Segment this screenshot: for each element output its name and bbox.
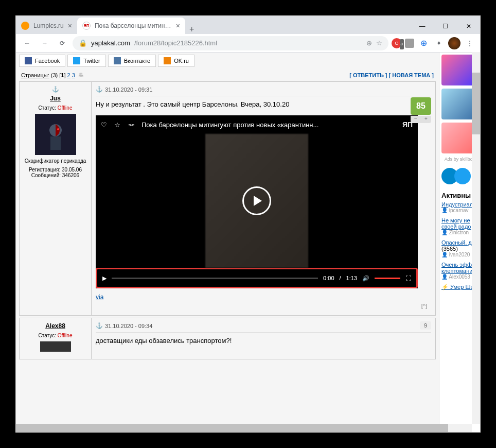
heart-icon[interactable]: ♡ bbox=[101, 121, 107, 129]
fullscreen-icon[interactable]: ⛶ bbox=[405, 275, 411, 281]
share-ok[interactable]: OK.ru bbox=[158, 55, 194, 67]
via-link: via bbox=[96, 294, 431, 301]
extension-icon[interactable] bbox=[405, 39, 414, 48]
topic-link[interactable]: ⚡ Умер Ше bbox=[441, 284, 474, 290]
page-content: Facebook Twitter Вконтакте OK.ru Страниц… bbox=[16, 53, 480, 432]
tab-title: Lumpics.ru bbox=[33, 22, 64, 29]
minimize-button[interactable]: — bbox=[411, 19, 434, 34]
topic-link[interactable]: Очень эфф bbox=[441, 262, 472, 268]
window-controls: — ☐ ✕ bbox=[411, 19, 480, 34]
extensions-button[interactable]: ✦ bbox=[433, 37, 445, 49]
share-vk[interactable]: Вконтакте bbox=[108, 55, 156, 67]
user-messages: Сообщений: 346206 bbox=[24, 173, 87, 178]
url-field[interactable]: 🔒 yaplakal.com/forum28/topic2185226.html… bbox=[73, 36, 388, 50]
close-icon[interactable]: × bbox=[68, 22, 72, 30]
thread-actions: [ ОТВЕТИТЬ ] [ НОВАЯ ТЕМА ] bbox=[349, 72, 434, 78]
reply-button[interactable]: [ ОТВЕТИТЬ ] bbox=[349, 72, 387, 78]
post-body: ⚓ 31.10.2020 - 09:34 9 доставщики еды об… bbox=[92, 318, 435, 359]
social-icon[interactable] bbox=[454, 168, 471, 184]
source-link[interactable]: via bbox=[96, 294, 103, 301]
topic-link[interactable]: Не могу не bbox=[441, 217, 470, 223]
time-separator: / bbox=[340, 275, 341, 281]
new-tab-button[interactable]: + bbox=[185, 25, 198, 34]
tab-favicon bbox=[21, 22, 29, 30]
horizontal-scrollbar[interactable] bbox=[16, 424, 472, 432]
star-icon[interactable]: ☆ bbox=[376, 39, 382, 47]
time-total: 1:13 bbox=[346, 275, 357, 281]
star-icon[interactable]: ☆ bbox=[114, 121, 120, 129]
vertical-scrollbar[interactable] bbox=[472, 52, 480, 424]
username-link[interactable]: Jus bbox=[50, 95, 61, 102]
user-reg: Регистрация: 30.05.06 bbox=[24, 167, 87, 173]
post-rating: 85 bbox=[411, 97, 431, 115]
share-icon[interactable]: ⫘ bbox=[128, 121, 134, 129]
post-meta: ⚓ 31.10.2020 - 09:34 bbox=[96, 322, 431, 333]
avatar bbox=[40, 341, 71, 352]
share-twitter[interactable]: Twitter bbox=[67, 55, 105, 67]
topic-link[interactable]: Индустриал bbox=[441, 201, 473, 208]
forward-button[interactable]: → bbox=[38, 36, 52, 50]
scrollbar-thumb[interactable] bbox=[16, 424, 448, 432]
profile-avatar[interactable] bbox=[448, 37, 460, 49]
video-player: ♡ ☆ ⫘ Пока барсeлонцы митингуют против н… bbox=[96, 115, 418, 288]
video-title: Пока барсeлонцы митингуют против новых «… bbox=[141, 121, 395, 129]
post-date: 31.10.2020 - 09:34 bbox=[105, 323, 152, 329]
video-header: ♡ ☆ ⫘ Пока барсeлонцы митингуют против н… bbox=[96, 115, 418, 134]
page-link-2[interactable]: 2 bbox=[67, 72, 70, 78]
post-rating: 9 bbox=[420, 321, 431, 330]
close-icon[interactable]: × bbox=[176, 22, 180, 30]
post-text: Ну и результат . Это самый центр Барсело… bbox=[96, 100, 431, 108]
back-button[interactable]: ← bbox=[20, 36, 34, 50]
progress-bar[interactable] bbox=[112, 278, 318, 279]
yap-logo: ЯП bbox=[402, 120, 413, 129]
anchor-icon[interactable]: ⚓ bbox=[96, 86, 103, 93]
maximize-button[interactable]: ☐ bbox=[434, 19, 457, 34]
main-column: Facebook Twitter Вконтакте OK.ru Страниц… bbox=[16, 53, 439, 432]
pager-row: Страницы: (3) [1] 2 3 🖶 [ ОТВЕТИТЬ ] [ Н… bbox=[19, 69, 436, 81]
forum-post: ⚓ Jus Статус: Offline Скарификатор перик… bbox=[19, 81, 436, 316]
translate-icon[interactable]: ⊕ bbox=[366, 39, 372, 47]
avatar bbox=[35, 114, 76, 155]
reload-button[interactable]: ⟳ bbox=[55, 36, 69, 50]
post-date: 31.10.2020 - 09:31 bbox=[105, 87, 152, 93]
play-button[interactable] bbox=[242, 186, 271, 215]
user-role: Скарификатор перикарда bbox=[24, 158, 87, 164]
rating-plus[interactable]: + bbox=[421, 116, 431, 123]
browser-window: Lumpics.ru × ЯП Пока барсeлонцы митингую… bbox=[15, 15, 481, 433]
url-domain: yaplakal.com bbox=[91, 39, 130, 47]
volume-slider[interactable] bbox=[375, 278, 400, 279]
scrollbar-thumb[interactable] bbox=[472, 73, 480, 134]
svg-rect-2 bbox=[50, 136, 61, 150]
menu-button[interactable]: ⋮ bbox=[464, 37, 476, 49]
video-frame[interactable] bbox=[96, 134, 418, 268]
page-link-3[interactable]: 3 bbox=[72, 72, 75, 78]
titlebar: Lumpics.ru × ЯП Пока барсeлонцы митингую… bbox=[16, 16, 480, 34]
play-icon bbox=[254, 196, 262, 206]
anchor-icon[interactable]: ⚓ bbox=[96, 322, 103, 329]
post-footer: [^] bbox=[96, 301, 431, 311]
url-path: /forum28/topic2185226.html bbox=[134, 39, 217, 47]
new-topic-button[interactable]: [ НОВАЯ ТЕМА ] bbox=[389, 72, 434, 78]
close-button[interactable]: ✕ bbox=[457, 19, 480, 34]
opera-extension-icon[interactable]: O8 bbox=[392, 38, 402, 48]
print-icon[interactable]: 🖶 bbox=[78, 72, 84, 78]
pager: Страницы: (3) [1] 2 3 🖶 bbox=[21, 72, 84, 78]
user-status: Статус: Offline bbox=[24, 105, 87, 111]
post-sidebar: ⚓ Jus Статус: Offline Скарификатор перик… bbox=[20, 82, 92, 315]
share-facebook[interactable]: Facebook bbox=[19, 55, 65, 67]
tab-title: Пока барсeлонцы митингуют п bbox=[95, 22, 172, 29]
collapse-icon[interactable]: [^] bbox=[421, 303, 427, 309]
volume-icon[interactable]: 🔊 bbox=[362, 275, 369, 282]
username-link[interactable]: Alex88 bbox=[45, 322, 65, 330]
play-icon[interactable]: ▶ bbox=[102, 275, 107, 282]
tab-yaplakal[interactable]: ЯП Пока барсeлонцы митингуют п × bbox=[77, 18, 185, 34]
svg-point-1 bbox=[57, 128, 59, 130]
share-bar: Facebook Twitter Вконтакте OK.ru bbox=[19, 53, 436, 69]
tab-favicon: ЯП bbox=[82, 22, 91, 30]
anchor-icon: ⚓ bbox=[52, 86, 59, 93]
tab-lumpics[interactable]: Lumpics.ru × bbox=[16, 18, 77, 34]
globe-extension-icon[interactable]: ⊕ bbox=[417, 37, 430, 49]
address-bar: ← → ⟳ 🔒 yaplakal.com/forum28/topic218522… bbox=[16, 34, 480, 53]
lock-icon: 🔒 bbox=[79, 39, 87, 47]
topic-link[interactable]: Опасный, д bbox=[441, 239, 472, 246]
